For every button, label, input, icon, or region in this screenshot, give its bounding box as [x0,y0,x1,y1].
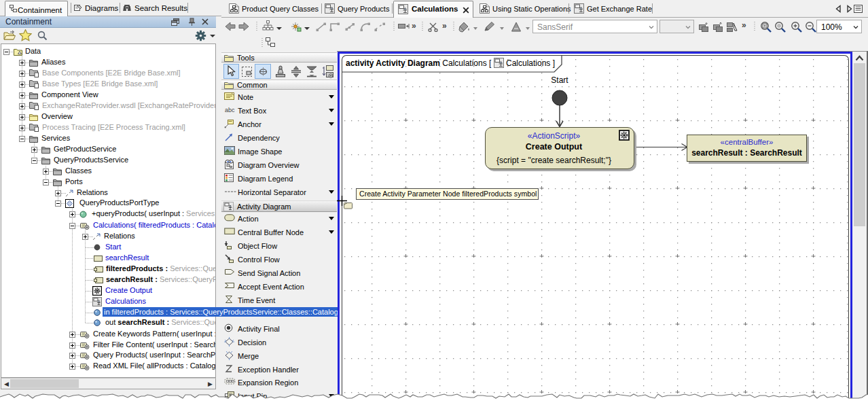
svg-text:abc: abc [225,107,235,113]
